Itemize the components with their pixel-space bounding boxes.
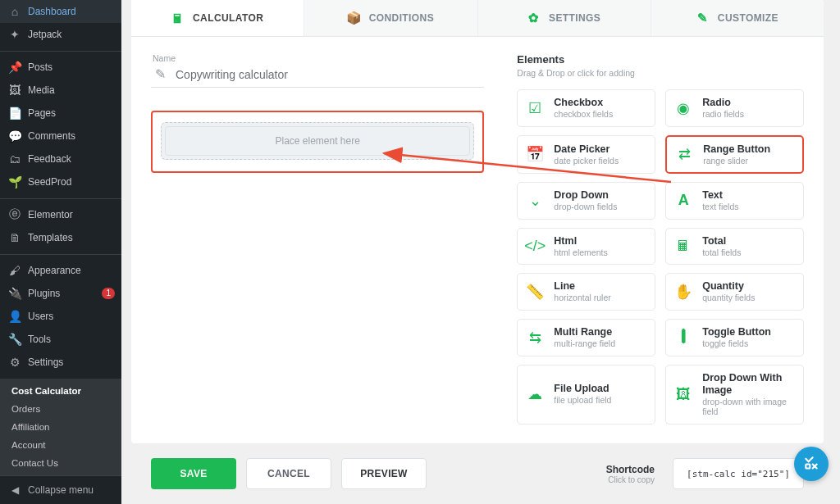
element-desc: html elements [554, 247, 607, 258]
total-icon: 🖩 [674, 238, 692, 256]
sidebar-item-label: Jetpack [28, 29, 115, 40]
shortcode-label: Shortcode Click to copy [606, 464, 655, 484]
tab-customize[interactable]: ✎CUSTOMIZE [651, 0, 824, 36]
sidebar-item-media[interactable]: 🖼Media [0, 79, 121, 102]
sidebar-item-jetpack[interactable]: ✦Jetpack [0, 23, 121, 46]
element-quantity[interactable]: ✋Quantityquantity fields [665, 273, 804, 311]
element-title: Total [702, 235, 741, 247]
element-title: Html [554, 235, 607, 247]
element-radio[interactable]: ◉Radioradio fields [665, 89, 804, 127]
footer-bar: SAVE CANCEL PREVIEW Shortcode Click to c… [131, 443, 824, 504]
element-range-button[interactable]: ⇄Range Buttonrange slider [665, 135, 804, 175]
sidebar-item-feedback[interactable]: 🗂Feedback [0, 148, 121, 170]
element-multi-range[interactable]: ⇆Multi Rangemulti-range field [517, 319, 655, 356]
comments-icon: 💬 [8, 129, 21, 143]
tab-conditions[interactable]: 📦CONDITIONS [304, 0, 477, 36]
sidebar-item-label: Pages [28, 107, 115, 119]
shortcode-title: Shortcode [606, 464, 655, 475]
drop-zone[interactable]: Place element here [161, 122, 474, 160]
element-desc: drop-down with image field [702, 397, 795, 417]
element-file-upload[interactable]: ☁File Uploadfile upload field [517, 365, 655, 425]
quantity-icon: ✋ [674, 283, 692, 301]
multi-range-icon: ⇆ [526, 329, 544, 347]
element-title: File Upload [554, 383, 611, 395]
checkbox-icon: ☑ [526, 99, 544, 117]
sidebar-item-pages[interactable]: 📄Pages [0, 102, 121, 125]
range-button-icon: ⇄ [675, 145, 693, 163]
sidebar-item-elementor[interactable]: ⓔElementor [0, 203, 121, 226]
sidebar-subitem-cost-calculator[interactable]: Cost Calculator [0, 382, 121, 400]
element-text[interactable]: ATexttext fields [665, 182, 804, 220]
left-column: Name ✎ Place element here [151, 53, 484, 443]
sidebar-item-templates[interactable]: 🗎Templates [0, 226, 121, 249]
element-title: Drop Down With Image [702, 372, 795, 397]
wp-admin-submenu: Cost CalculatorOrdersAffiliationAccountC… [0, 379, 121, 475]
element-drop-down[interactable]: ⌄Drop Downdrop-down fields [517, 182, 655, 220]
element-line[interactable]: 📏Linehorizontal ruler [517, 273, 655, 311]
tab-label: CONDITIONS [369, 12, 434, 24]
drop-zone-placeholder: Place element here [275, 135, 359, 147]
main-panel: 🖩CALCULATOR📦CONDITIONS✿SETTINGS✎CUSTOMIZ… [121, 0, 840, 504]
sidebar-item-label: SeedProd [28, 176, 115, 188]
jetpack-icon: ✦ [8, 28, 21, 41]
sidebar-item-users[interactable]: 👤Users [0, 305, 121, 328]
panel-body: Name ✎ Place element here Elements Drag … [131, 37, 824, 443]
date-picker-icon: 📅 [526, 145, 544, 163]
radio-icon: ◉ [674, 99, 692, 117]
elements-column: Elements Drag & Drop or click for adding… [517, 53, 804, 443]
calculator-name-input[interactable] [176, 68, 482, 81]
elements-heading: Elements [517, 53, 804, 66]
element-title: Toggle Button [702, 326, 771, 338]
calculator-card: 🖩CALCULATOR📦CONDITIONS✿SETTINGS✎CUSTOMIZ… [131, 0, 824, 443]
preview-button[interactable]: PREVIEW [341, 458, 427, 489]
svg-rect-2 [806, 464, 810, 468]
sidebar-item-settings[interactable]: ⚙Settings [0, 351, 121, 374]
sidebar-subitem-orders[interactable]: Orders [0, 400, 121, 418]
tools-icon: 🔧 [8, 333, 21, 346]
element-title: Text [702, 189, 738, 202]
element-desc: horizontal ruler [554, 293, 610, 303]
menu-separator [0, 196, 121, 201]
sidebar-item-comments[interactable]: 💬Comments [0, 125, 121, 148]
appearance-icon: 🖌 [8, 264, 21, 277]
elementor-icon: ⓔ [8, 208, 21, 221]
element-date-picker[interactable]: 📅Date Pickerdate picker fields [517, 135, 655, 175]
name-field-label: Name [153, 53, 484, 63]
sidebar-item-plugins[interactable]: 🔌Plugins1 [0, 282, 121, 305]
element-drop-down-with-image[interactable]: 🖼Drop Down With Imagedrop-down with imag… [665, 365, 804, 425]
help-fab[interactable] [794, 447, 829, 481]
tab-calculator[interactable]: 🖩CALCULATOR [131, 0, 304, 36]
element-toggle-button[interactable]: ⏽Toggle Buttontoggle fields [665, 319, 804, 356]
cancel-button[interactable]: CANCEL [246, 458, 331, 489]
element-desc: toggle fields [702, 338, 771, 349]
element-title: Range Button [703, 143, 770, 156]
sidebar-subitem-contact-us[interactable]: Contact Us [0, 454, 121, 472]
element-desc: date picker fields [554, 156, 619, 166]
collapse-menu-button[interactable]: ◀ Collapse menu [0, 475, 121, 504]
sidebar-item-appearance[interactable]: 🖌Appearance [0, 259, 121, 282]
text-icon: A [674, 192, 692, 210]
collapse-label: Collapse menu [28, 484, 94, 496]
sidebar-item-posts[interactable]: 📌Posts [0, 56, 121, 79]
wp-admin-sidebar: ⌂Dashboard✦Jetpack📌Posts🖼Media📄Pages💬Com… [0, 0, 121, 504]
element-desc: quantity fields [702, 293, 755, 303]
sidebar-item-seedprod[interactable]: 🌱SeedProd [0, 170, 121, 193]
element-title: Checkbox [554, 97, 613, 109]
sidebar-item-dashboard[interactable]: ⌂Dashboard [0, 0, 121, 23]
save-button[interactable]: SAVE [151, 458, 236, 489]
element-title: Multi Range [554, 326, 615, 338]
sidebar-item-tools[interactable]: 🔧Tools [0, 328, 121, 351]
help-fab-icon [803, 454, 819, 474]
sidebar-subitem-account[interactable]: Account [0, 436, 121, 454]
element-title: Drop Down [554, 189, 617, 202]
tab-settings[interactable]: ✿SETTINGS [478, 0, 651, 36]
element-total[interactable]: 🖩Totaltotal fields [665, 228, 804, 266]
element-html[interactable]: </>Htmlhtml elements [517, 228, 655, 266]
sidebar-subitem-affiliation[interactable]: Affiliation [0, 418, 121, 436]
shortcode-value[interactable]: [stm-calc id="215"] [673, 458, 804, 489]
tab-label: CALCULATOR [193, 12, 263, 24]
element-desc: file upload field [554, 395, 611, 406]
element-checkbox[interactable]: ☑Checkboxcheckbox fields [517, 89, 655, 127]
element-desc: range slider [703, 156, 770, 166]
sidebar-item-label: Settings [28, 356, 115, 368]
